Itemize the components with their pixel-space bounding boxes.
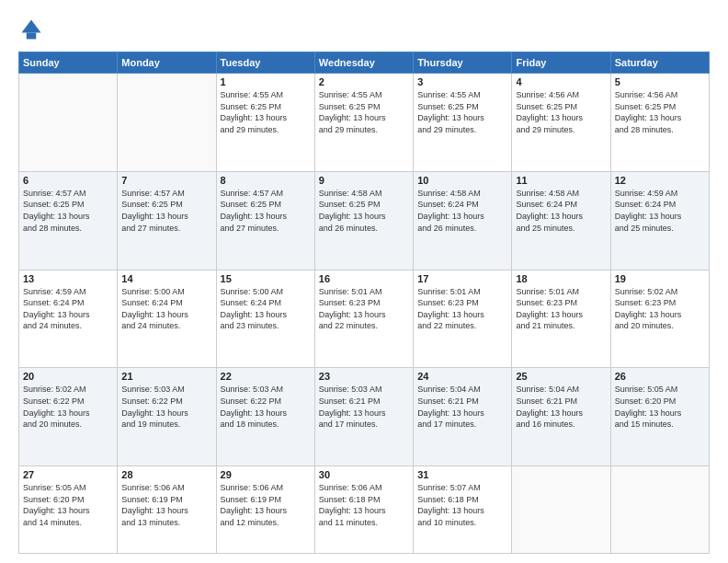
calendar-table: SundayMondayTuesdayWednesdayThursdayFrid… (18, 52, 710, 554)
calendar-cell: 19Sunrise: 5:02 AMSunset: 6:23 PMDayligh… (610, 270, 709, 368)
day-number: 22 (221, 371, 311, 382)
cell-text: Sunrise: 5:06 AM (121, 482, 211, 494)
cell-text: and 25 minutes. (516, 223, 606, 235)
cell-text: Sunset: 6:25 PM (319, 199, 409, 211)
cell-text: Daylight: 13 hours (23, 309, 113, 321)
cell-text: Daylight: 13 hours (516, 112, 606, 124)
cell-text: Sunrise: 5:06 AM (221, 482, 311, 494)
day-number: 6 (23, 175, 113, 186)
cell-text: Sunset: 6:23 PM (417, 297, 507, 309)
calendar-cell: 7Sunrise: 4:57 AMSunset: 6:25 PMDaylight… (118, 171, 216, 270)
calendar-cell: 25Sunrise: 5:04 AMSunset: 6:21 PMDayligh… (512, 368, 610, 466)
cell-text: Sunset: 6:25 PM (221, 199, 311, 211)
calendar-cell: 11Sunrise: 4:58 AMSunset: 6:24 PMDayligh… (512, 171, 610, 270)
column-header-thursday: Thursday (414, 52, 512, 74)
calendar-cell: 15Sunrise: 5:00 AMSunset: 6:24 PMDayligh… (216, 270, 314, 368)
cell-text: Sunrise: 5:03 AM (319, 384, 409, 396)
cell-text: Daylight: 13 hours (221, 309, 311, 321)
cell-text: and 20 minutes. (23, 419, 113, 431)
day-number: 18 (516, 273, 606, 284)
cell-text: and 28 minutes. (23, 223, 113, 235)
calendar-cell (118, 74, 216, 172)
cell-text: Daylight: 13 hours (615, 309, 705, 321)
cell-text: Sunrise: 4:58 AM (516, 188, 606, 200)
cell-text: and 29 minutes. (516, 124, 606, 136)
cell-text: Sunset: 6:24 PM (221, 297, 311, 309)
cell-text: and 20 minutes. (615, 320, 705, 332)
cell-text: Daylight: 13 hours (417, 505, 507, 517)
day-number: 17 (417, 273, 507, 284)
day-number: 21 (121, 371, 211, 382)
cell-text: and 27 minutes. (121, 223, 211, 235)
cell-text: Sunrise: 5:03 AM (121, 384, 211, 396)
cell-text: Daylight: 13 hours (615, 408, 705, 419)
calendar-week-1: 1Sunrise: 4:55 AMSunset: 6:25 PMDaylight… (19, 74, 710, 172)
day-number: 26 (615, 371, 705, 382)
cell-text: and 29 minutes. (221, 124, 311, 136)
cell-text: Sunset: 6:23 PM (615, 297, 705, 309)
day-number: 8 (221, 175, 311, 186)
cell-text: Sunset: 6:25 PM (417, 101, 507, 113)
cell-text: Sunrise: 5:04 AM (417, 384, 507, 396)
cell-text: and 18 minutes. (221, 419, 311, 431)
cell-text: Sunset: 6:23 PM (516, 297, 606, 309)
calendar-cell: 4Sunrise: 4:56 AMSunset: 6:25 PMDaylight… (512, 74, 610, 172)
cell-text: Sunset: 6:18 PM (417, 494, 507, 506)
cell-text: Daylight: 13 hours (319, 505, 409, 517)
cell-text: Sunset: 6:25 PM (23, 199, 113, 211)
day-number: 16 (319, 273, 409, 284)
cell-text: Sunset: 6:21 PM (319, 396, 409, 408)
cell-text: and 25 minutes. (615, 223, 705, 235)
cell-text: Sunrise: 4:58 AM (417, 188, 507, 200)
calendar-cell: 20Sunrise: 5:02 AMSunset: 6:22 PMDayligh… (19, 368, 118, 466)
logo (18, 17, 48, 42)
cell-text: Daylight: 13 hours (121, 309, 211, 321)
cell-text: Sunrise: 4:56 AM (615, 89, 705, 101)
cell-text: Sunrise: 4:57 AM (23, 188, 113, 200)
cell-text: Daylight: 13 hours (221, 505, 311, 517)
calendar-cell: 22Sunrise: 5:03 AMSunset: 6:22 PMDayligh… (216, 368, 314, 466)
cell-text: Sunrise: 5:06 AM (319, 482, 409, 494)
cell-text: Daylight: 13 hours (615, 211, 705, 223)
calendar-cell: 16Sunrise: 5:01 AMSunset: 6:23 PMDayligh… (314, 270, 413, 368)
cell-text: Daylight: 13 hours (319, 211, 409, 223)
day-number: 7 (121, 175, 211, 186)
cell-text: Daylight: 13 hours (417, 211, 507, 223)
day-number: 2 (319, 76, 409, 87)
day-number: 12 (615, 175, 705, 186)
cell-text: and 22 minutes. (417, 320, 507, 332)
cell-text: Sunset: 6:20 PM (23, 494, 113, 506)
column-header-wednesday: Wednesday (314, 52, 413, 74)
cell-text: and 23 minutes. (221, 320, 311, 332)
calendar-cell: 24Sunrise: 5:04 AMSunset: 6:21 PMDayligh… (414, 368, 512, 466)
calendar-cell: 6Sunrise: 4:57 AMSunset: 6:25 PMDaylight… (19, 171, 118, 270)
svg-rect-1 (27, 33, 37, 40)
cell-text: and 26 minutes. (417, 223, 507, 235)
page: SundayMondayTuesdayWednesdayThursdayFrid… (0, 0, 728, 563)
column-header-tuesday: Tuesday (216, 52, 314, 74)
day-number: 28 (121, 469, 211, 480)
cell-text: Daylight: 13 hours (319, 112, 409, 124)
svg-marker-0 (22, 20, 41, 33)
column-header-monday: Monday (118, 52, 216, 74)
day-number: 29 (221, 469, 311, 480)
cell-text: Daylight: 13 hours (417, 309, 507, 321)
cell-text: Sunset: 6:22 PM (221, 396, 311, 408)
cell-text: Daylight: 13 hours (221, 211, 311, 223)
calendar-cell (512, 466, 610, 554)
cell-text: and 17 minutes. (319, 419, 409, 431)
calendar-cell: 17Sunrise: 5:01 AMSunset: 6:23 PMDayligh… (414, 270, 512, 368)
header (18, 17, 710, 42)
cell-text: Daylight: 13 hours (221, 408, 311, 419)
cell-text: Sunset: 6:24 PM (417, 199, 507, 211)
cell-text: Sunrise: 5:01 AM (516, 286, 606, 298)
cell-text: Sunset: 6:24 PM (516, 199, 606, 211)
cell-text: Daylight: 13 hours (516, 408, 606, 419)
cell-text: Sunrise: 5:05 AM (23, 482, 113, 494)
calendar-week-4: 20Sunrise: 5:02 AMSunset: 6:22 PMDayligh… (19, 368, 710, 466)
cell-text: Daylight: 13 hours (23, 505, 113, 517)
cell-text: Sunrise: 4:55 AM (221, 89, 311, 101)
calendar-cell: 13Sunrise: 4:59 AMSunset: 6:24 PMDayligh… (19, 270, 118, 368)
calendar-cell (610, 466, 709, 554)
day-number: 1 (221, 76, 311, 87)
